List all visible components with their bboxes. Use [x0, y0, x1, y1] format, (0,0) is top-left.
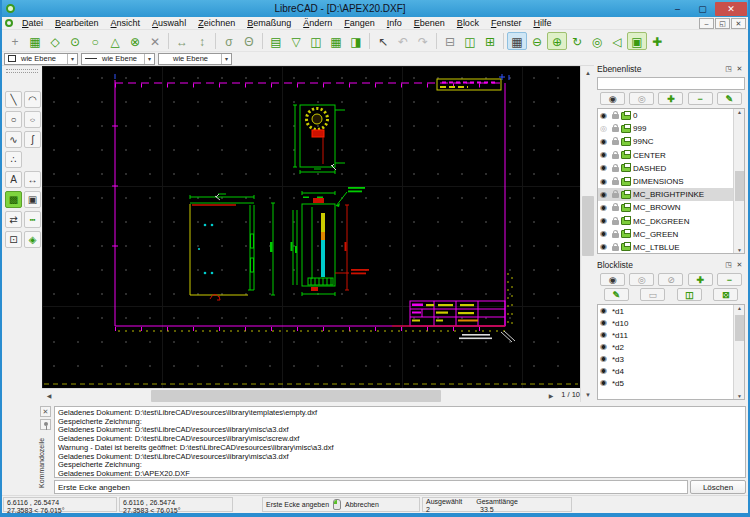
open-document-icon[interactable]: ▽ [286, 32, 306, 50]
menu-aendern[interactable]: Ändern [297, 17, 338, 30]
selection-pointer-icon[interactable]: ↖ [373, 32, 393, 50]
block-save-icon[interactable]: ◫ [677, 288, 702, 301]
modify-tool-icon[interactable]: ⇄ [5, 211, 22, 228]
vertical-scrollbar[interactable]: ▲ ▼ [580, 66, 594, 402]
eye-icon[interactable]: ◉ [600, 366, 610, 376]
window-cascade-icon[interactable]: ◫ [460, 32, 480, 50]
menu-fenster[interactable]: Fenster [485, 17, 528, 30]
menu-bearbeiten[interactable]: Bearbeiten [49, 17, 105, 30]
eye-icon[interactable]: ◉ [600, 318, 610, 328]
print-icon[interactable] [621, 112, 631, 120]
block-row[interactable]: ◉ *d11 [598, 329, 744, 341]
set-relative-zero-icon[interactable]: Θ [239, 32, 259, 50]
eye-icon[interactable]: ◉ [600, 163, 610, 173]
lock-icon[interactable] [612, 246, 619, 251]
maximize-button[interactable]: ▢ [690, 2, 715, 16]
lock-icon[interactable] [612, 193, 619, 198]
block-add-icon[interactable]: ✚ [688, 273, 713, 286]
scroll-thumb[interactable] [735, 171, 744, 201]
zoom-auto-icon[interactable]: ◎ [587, 32, 607, 50]
save-document-icon[interactable]: ◫ [306, 32, 326, 50]
text-tool-icon[interactable]: A [5, 171, 22, 188]
eye-icon[interactable]: ◉ [600, 150, 610, 160]
mdi-restore-button[interactable]: ◱ [715, 18, 730, 29]
zoom-redraw-icon[interactable]: ↻ [567, 32, 587, 50]
print-icon[interactable] [621, 138, 631, 146]
print-icon[interactable] [621, 125, 631, 133]
spline-tool-icon[interactable]: ∿ [5, 131, 22, 148]
restrict-horizontal-icon[interactable]: ↔ [172, 32, 192, 50]
snap-grid-icon[interactable]: ▦ [25, 32, 45, 50]
menu-block[interactable]: Block [451, 17, 485, 30]
eye-icon[interactable]: ◉ [600, 111, 610, 121]
layer-panel-titlebar[interactable]: Ebenenliste ◳ ✕ [594, 62, 748, 76]
snap-endpoint-icon[interactable]: ◇ [45, 32, 65, 50]
block-panel-titlebar[interactable]: Blockliste ◳ ✕ [594, 258, 748, 272]
clear-button[interactable]: Löschen [690, 480, 746, 494]
eye-icon[interactable]: ◉ [600, 306, 610, 316]
layer-row[interactable]: ◉ 0 [598, 109, 744, 122]
block-list-scrollbar[interactable]: ▲ ▼ [733, 305, 744, 399]
lock-icon[interactable] [612, 167, 619, 172]
snap-center-icon[interactable]: ○ [85, 32, 105, 50]
lock-icon[interactable] [612, 114, 619, 119]
close-document-icon[interactable]: ⊟ [440, 32, 460, 50]
close-button[interactable]: ✕ [715, 2, 747, 16]
lock-icon[interactable] [612, 206, 619, 211]
eye-icon[interactable]: ◉ [600, 177, 610, 187]
scroll-up-icon[interactable]: ▲ [734, 305, 745, 311]
scroll-left-icon[interactable]: ◀ [42, 389, 56, 403]
menu-ebenen[interactable]: Ebenen [408, 17, 451, 30]
float-panel-icon[interactable]: ◳ [723, 65, 734, 73]
block-toggle-view-icon[interactable]: ⊘ [658, 273, 683, 286]
close-panel-icon[interactable]: ✕ [734, 65, 745, 73]
scroll-up-icon[interactable]: ▲ [581, 66, 595, 80]
restrict-vertical-icon[interactable]: ↕ [192, 32, 212, 50]
layers-defreeze-all-icon[interactable]: ◉ [600, 92, 625, 105]
layer-row[interactable]: ◉ DIMENSIONS [598, 175, 744, 188]
zoom-pan-icon[interactable]: ✚ [647, 32, 667, 50]
minimize-button[interactable]: – [665, 2, 690, 16]
scroll-right-icon[interactable]: ▶ [544, 389, 558, 403]
block-rename-icon[interactable]: ▭ [640, 288, 665, 301]
zoom-window-icon[interactable]: ▣ [627, 32, 647, 50]
layer-edit-icon[interactable]: ✎ [717, 92, 742, 105]
point-tool-icon[interactable]: ∴ [5, 151, 22, 168]
lock-icon[interactable] [612, 180, 619, 185]
print-icon[interactable] [621, 243, 631, 251]
arc-tool-icon[interactable]: ◠ [24, 91, 41, 108]
block-row[interactable]: ◉ *d4 [598, 365, 744, 377]
command-input[interactable]: Erste Ecke angeben [54, 480, 688, 494]
scroll-down-icon[interactable]: ▼ [734, 247, 745, 253]
layer-list-scrollbar[interactable]: ▲ ▼ [733, 109, 744, 253]
block-remove-icon[interactable]: − [717, 273, 742, 286]
mdi-close-button[interactable]: ✕ [731, 18, 746, 29]
scroll-down-icon[interactable]: ▼ [581, 388, 595, 402]
menu-fangen[interactable]: Fangen [338, 17, 381, 30]
layer-add-icon[interactable]: ✚ [658, 92, 683, 105]
menu-ansicht[interactable]: Ansicht [105, 17, 147, 30]
print-preview-icon[interactable]: ◨ [346, 32, 366, 50]
chevron-down-icon[interactable]: ▾ [221, 54, 231, 64]
scroll-down-icon[interactable]: ▼ [734, 393, 745, 399]
layer-row[interactable]: ◉ MC_DKGREEN [598, 215, 744, 228]
snap-middle-icon[interactable]: △ [105, 32, 125, 50]
pin-icon[interactable] [40, 419, 51, 430]
layer-row[interactable]: ◉ DASHED [598, 162, 744, 175]
lock-icon[interactable] [612, 140, 619, 145]
window-new-icon[interactable]: ⊞ [480, 32, 500, 50]
linetype-combo[interactable]: wie Ebene ▾ [81, 53, 155, 65]
lock-relative-zero-icon[interactable]: σ [219, 32, 239, 50]
color-combo[interactable]: wie Ebene ▾ [4, 53, 78, 65]
block-row[interactable]: ◉ *d10 [598, 317, 744, 329]
document-icon[interactable] [5, 19, 13, 27]
blocks-freeze-all-icon[interactable]: ◎ [629, 273, 654, 286]
select-tool-icon[interactable]: ◈ [24, 231, 41, 248]
image-tool-icon[interactable]: ▣ [24, 191, 41, 208]
close-panel-icon[interactable]: ✕ [734, 261, 745, 269]
horizontal-scrollbar[interactable]: ◀ ▶ [42, 388, 558, 402]
dimension-tool-icon[interactable]: ↔ [24, 171, 41, 188]
grid-toggle-icon[interactable]: ▦ [507, 32, 527, 50]
eye-icon[interactable]: ◉ [600, 342, 610, 352]
print-icon[interactable] [621, 230, 631, 238]
